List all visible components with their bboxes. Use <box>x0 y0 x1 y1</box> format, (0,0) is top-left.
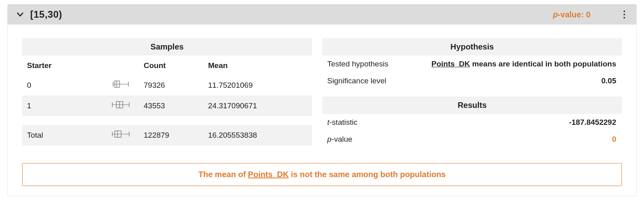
pvalue-value: 0 <box>444 131 622 148</box>
table-row: 1 43553 24.317090671 <box>22 95 312 116</box>
tstat-label: t-statistic <box>322 114 444 131</box>
col-mean: Mean <box>203 56 312 75</box>
count-cell: 79326 <box>139 75 203 95</box>
stat-test-card: [15,30) p-value: 0 Samples Starter Count <box>7 4 637 196</box>
conclusion-banner: The mean of Points_DK is not the same am… <box>22 163 622 186</box>
mean-cell: 24.317090671 <box>203 95 312 116</box>
total-mean: 16.205553838 <box>203 125 312 145</box>
hypothesis-results-section: Hypothesis Tested hypothesis Points_DK m… <box>322 38 622 148</box>
table-row-total: Total 122879 16.205553838 <box>22 125 312 145</box>
significance-value: 0.05 <box>402 72 622 89</box>
header-pvalue: p-value: 0 <box>553 10 590 19</box>
total-label: Total <box>22 125 103 145</box>
boxplot-icon <box>103 95 139 116</box>
results-table: Results t-statistic -187.8452292 p-value… <box>322 97 622 148</box>
group-cell: 1 <box>22 95 103 116</box>
kebab-menu-icon[interactable] <box>619 9 630 20</box>
significance-label: Significance level <box>322 72 402 89</box>
tstat-value: -187.8452292 <box>444 114 622 131</box>
group-cell: 0 <box>22 75 103 95</box>
panel-header[interactable]: [15,30) p-value: 0 <box>8 4 636 25</box>
col-count: Count <box>139 56 203 75</box>
panel-title: [15,30) <box>30 9 62 20</box>
panel-body: Samples Starter Count Mean 0 <box>8 25 636 148</box>
table-row: 0 79326 11.75201069 <box>22 75 312 95</box>
total-count: 122879 <box>139 125 203 145</box>
hypothesis-table: Hypothesis Tested hypothesis Points_DK m… <box>322 38 622 89</box>
results-title: Results <box>322 97 622 114</box>
samples-section: Samples Starter Count Mean 0 <box>22 38 312 148</box>
col-group: Starter <box>22 56 103 75</box>
boxplot-icon <box>103 75 139 95</box>
chevron-down-icon[interactable] <box>16 10 25 19</box>
count-cell: 43553 <box>139 95 203 116</box>
boxplot-icon <box>103 125 139 145</box>
samples-table: Samples Starter Count Mean 0 <box>22 38 312 145</box>
pvalue-label: p-value <box>322 131 444 148</box>
mean-cell: 11.75201069 <box>203 75 312 95</box>
samples-title: Samples <box>22 38 312 56</box>
hypothesis-title: Hypothesis <box>322 38 622 56</box>
tested-hypothesis-label: Tested hypothesis <box>322 56 402 72</box>
tested-hypothesis-value: Points_DK means are identical in both po… <box>402 56 622 72</box>
